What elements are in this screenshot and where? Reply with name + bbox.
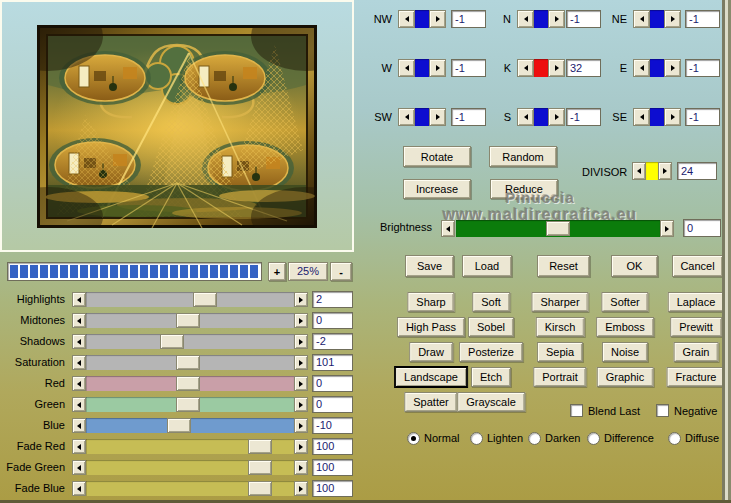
slider-value-input[interactable]: 100 xyxy=(312,459,353,476)
slider-thumb[interactable] xyxy=(248,481,272,496)
spinner-decrease-button[interactable] xyxy=(517,108,534,126)
preset-button-grayscale[interactable]: Grayscale xyxy=(457,392,525,412)
slider-value-input[interactable]: -2 xyxy=(312,333,353,350)
slider-increase-button[interactable] xyxy=(294,460,308,475)
slider-increase-button[interactable] xyxy=(294,292,308,307)
preset-button-grain[interactable]: Grain xyxy=(674,342,719,362)
spinner-decrease-button[interactable] xyxy=(398,59,415,77)
reset-button[interactable]: Reset xyxy=(537,255,590,277)
slider-increase-button[interactable] xyxy=(294,376,308,391)
preset-button-high-pass[interactable]: High Pass xyxy=(397,317,465,337)
spinner-decrease-button[interactable] xyxy=(633,10,650,28)
slider-decrease-button[interactable] xyxy=(72,418,86,433)
preset-button-graphic[interactable]: Graphic xyxy=(597,367,654,387)
save-button[interactable]: Save xyxy=(405,255,454,277)
lighten-radio[interactable] xyxy=(470,432,483,445)
slider-thumb[interactable] xyxy=(176,313,200,328)
slider-increase-button[interactable] xyxy=(294,313,308,328)
diffuse-radio[interactable] xyxy=(668,432,681,445)
difference-radio[interactable] xyxy=(587,432,600,445)
slider-thumb[interactable] xyxy=(193,292,217,307)
slider-value-input[interactable]: -10 xyxy=(312,417,353,434)
spinner-increase-button[interactable] xyxy=(548,10,565,28)
preset-button-sepia[interactable]: Sepia xyxy=(537,342,583,362)
zoom-out-button[interactable]: - xyxy=(330,262,352,281)
preset-button-fracture[interactable]: Fracture xyxy=(667,367,726,387)
slider-increase-button[interactable] xyxy=(294,355,308,370)
slider-increase-button[interactable] xyxy=(294,439,308,454)
reduce-button[interactable]: Reduce xyxy=(490,179,558,199)
preset-button-emboss[interactable]: Emboss xyxy=(596,317,654,337)
random-button[interactable]: Random xyxy=(489,146,557,167)
preset-button-landscape[interactable]: Landscape xyxy=(395,367,467,387)
slider-decrease-button[interactable] xyxy=(72,439,86,454)
preset-button-sharp[interactable]: Sharp xyxy=(407,292,454,312)
slider-increase-button[interactable] xyxy=(294,481,308,496)
spinner-increase-button[interactable] xyxy=(664,10,681,28)
divisor-decrease-button[interactable] xyxy=(632,162,646,180)
brightness-thumb[interactable] xyxy=(546,221,570,236)
slider-value-input[interactable]: 100 xyxy=(312,480,353,497)
zoom-in-button[interactable]: + xyxy=(268,262,286,281)
slider-decrease-button[interactable] xyxy=(72,355,86,370)
preset-button-kirsch[interactable]: Kirsch xyxy=(536,317,585,337)
slider-value-input[interactable]: 2 xyxy=(312,291,353,308)
load-button[interactable]: Load xyxy=(462,255,512,277)
spinner-decrease-button[interactable] xyxy=(398,10,415,28)
spinner-increase-button[interactable] xyxy=(548,108,565,126)
matrix-value-input[interactable]: -1 xyxy=(685,10,720,28)
slider-decrease-button[interactable] xyxy=(72,481,86,496)
preset-button-soft[interactable]: Soft xyxy=(472,292,510,312)
brightness-value-input[interactable]: 0 xyxy=(683,219,721,237)
slider-decrease-button[interactable] xyxy=(72,397,86,412)
preset-button-draw[interactable]: Draw xyxy=(409,342,453,362)
normal-radio[interactable] xyxy=(407,432,420,445)
slider-thumb[interactable] xyxy=(176,376,200,391)
slider-increase-button[interactable] xyxy=(294,418,308,433)
divisor-increase-button[interactable] xyxy=(658,162,672,180)
increase-button[interactable]: Increase xyxy=(403,179,471,199)
slider-value-input[interactable]: 0 xyxy=(312,396,353,413)
preset-button-sharper[interactable]: Sharper xyxy=(531,292,588,312)
preset-button-spatter[interactable]: Spatter xyxy=(404,392,457,412)
spinner-increase-button[interactable] xyxy=(429,10,446,28)
spinner-decrease-button[interactable] xyxy=(398,108,415,126)
brightness-increase-button[interactable] xyxy=(660,220,674,237)
slider-thumb[interactable] xyxy=(167,418,191,433)
slider-decrease-button[interactable] xyxy=(72,334,86,349)
preset-button-prewitt[interactable]: Prewitt xyxy=(670,317,722,337)
preset-button-sobel[interactable]: Sobel xyxy=(468,317,514,337)
preset-button-noise[interactable]: Noise xyxy=(602,342,648,362)
slider-decrease-button[interactable] xyxy=(72,313,86,328)
preset-button-etch[interactable]: Etch xyxy=(471,367,511,387)
matrix-value-input[interactable]: -1 xyxy=(685,108,720,126)
spinner-increase-button[interactable] xyxy=(548,59,565,77)
divisor-value-input[interactable]: 24 xyxy=(677,162,717,180)
cancel-button[interactable]: Cancel xyxy=(672,255,723,277)
slider-value-input[interactable]: 100 xyxy=(312,438,353,455)
slider-value-input[interactable]: 0 xyxy=(312,312,353,329)
preset-button-posterize[interactable]: Posterize xyxy=(459,342,523,362)
negative-checkbox[interactable] xyxy=(656,404,669,417)
slider-decrease-button[interactable] xyxy=(72,292,86,307)
spinner-increase-button[interactable] xyxy=(429,59,446,77)
spinner-decrease-button[interactable] xyxy=(517,59,534,77)
brightness-decrease-button[interactable] xyxy=(441,220,455,237)
preset-button-softer[interactable]: Softer xyxy=(601,292,648,312)
spinner-increase-button[interactable] xyxy=(429,108,446,126)
slider-thumb[interactable] xyxy=(248,460,272,475)
slider-increase-button[interactable] xyxy=(294,334,308,349)
spinner-increase-button[interactable] xyxy=(664,108,681,126)
slider-track[interactable] xyxy=(86,292,294,307)
slider-value-input[interactable]: 101 xyxy=(312,354,353,371)
rotate-button[interactable]: Rotate xyxy=(403,146,471,167)
preset-button-portrait[interactable]: Portrait xyxy=(533,367,586,387)
preset-button-laplace[interactable]: Laplace xyxy=(668,292,725,312)
preview-panel[interactable] xyxy=(0,0,354,252)
spinner-decrease-button[interactable] xyxy=(517,10,534,28)
slider-decrease-button[interactable] xyxy=(72,460,86,475)
spinner-decrease-button[interactable] xyxy=(633,108,650,126)
spinner-increase-button[interactable] xyxy=(664,59,681,77)
ok-button[interactable]: OK xyxy=(611,255,658,277)
slider-increase-button[interactable] xyxy=(294,397,308,412)
